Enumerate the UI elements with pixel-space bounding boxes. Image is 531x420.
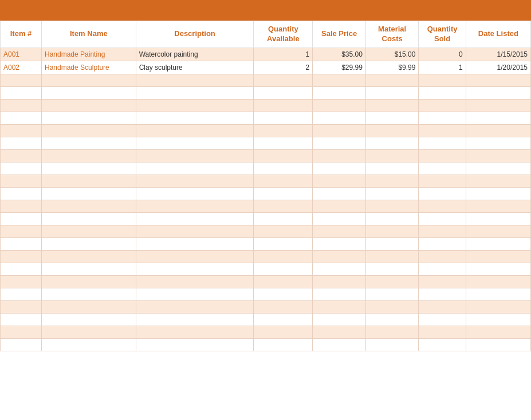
empty-cell[interactable] bbox=[254, 124, 313, 137]
empty-cell[interactable] bbox=[136, 124, 254, 137]
empty-cell[interactable] bbox=[466, 124, 530, 137]
empty-cell[interactable] bbox=[419, 326, 466, 338]
empty-cell[interactable] bbox=[419, 187, 466, 200]
empty-cell[interactable] bbox=[466, 200, 530, 212]
empty-cell[interactable] bbox=[42, 86, 136, 99]
empty-cell[interactable] bbox=[42, 124, 136, 137]
empty-cell[interactable] bbox=[466, 288, 530, 300]
empty-cell[interactable] bbox=[136, 112, 254, 124]
empty-cell[interactable] bbox=[365, 162, 419, 175]
empty-cell[interactable] bbox=[1, 326, 42, 338]
empty-cell[interactable] bbox=[136, 338, 254, 351]
empty-cell[interactable] bbox=[466, 263, 530, 275]
empty-cell[interactable] bbox=[419, 200, 466, 212]
empty-cell[interactable] bbox=[466, 313, 530, 326]
empty-cell[interactable] bbox=[1, 275, 42, 288]
empty-cell[interactable] bbox=[42, 175, 136, 187]
empty-cell[interactable] bbox=[313, 212, 366, 225]
empty-cell[interactable] bbox=[466, 326, 530, 338]
empty-cell[interactable] bbox=[313, 326, 366, 338]
empty-cell[interactable] bbox=[466, 149, 530, 162]
empty-cell[interactable] bbox=[1, 288, 42, 300]
empty-cell[interactable] bbox=[419, 137, 466, 149]
empty-cell[interactable] bbox=[1, 237, 42, 250]
empty-cell[interactable] bbox=[365, 300, 419, 313]
empty-cell[interactable] bbox=[419, 212, 466, 225]
empty-cell[interactable] bbox=[466, 175, 530, 187]
empty-cell[interactable] bbox=[313, 263, 366, 275]
empty-cell[interactable] bbox=[254, 200, 313, 212]
empty-cell[interactable] bbox=[466, 86, 530, 99]
empty-cell[interactable] bbox=[365, 288, 419, 300]
empty-cell[interactable] bbox=[1, 300, 42, 313]
empty-cell[interactable] bbox=[365, 99, 419, 112]
empty-cell[interactable] bbox=[254, 338, 313, 351]
empty-cell[interactable] bbox=[313, 86, 366, 99]
empty-cell[interactable] bbox=[313, 300, 366, 313]
empty-cell[interactable] bbox=[1, 74, 42, 86]
empty-cell[interactable] bbox=[466, 112, 530, 124]
empty-cell[interactable] bbox=[365, 124, 419, 137]
empty-cell[interactable] bbox=[365, 212, 419, 225]
table-cell[interactable]: 2 bbox=[254, 61, 313, 74]
empty-cell[interactable] bbox=[136, 225, 254, 237]
empty-cell[interactable] bbox=[365, 74, 419, 86]
empty-cell[interactable] bbox=[419, 275, 466, 288]
empty-cell[interactable] bbox=[419, 99, 466, 112]
empty-cell[interactable] bbox=[42, 263, 136, 275]
empty-cell[interactable] bbox=[419, 237, 466, 250]
empty-cell[interactable] bbox=[42, 300, 136, 313]
empty-cell[interactable] bbox=[365, 200, 419, 212]
empty-cell[interactable] bbox=[365, 149, 419, 162]
empty-cell[interactable] bbox=[313, 288, 366, 300]
table-cell[interactable]: Handmade Sculpture bbox=[42, 61, 136, 74]
empty-cell[interactable] bbox=[313, 112, 366, 124]
empty-cell[interactable] bbox=[1, 225, 42, 237]
empty-cell[interactable] bbox=[42, 250, 136, 263]
empty-cell[interactable] bbox=[313, 313, 366, 326]
empty-cell[interactable] bbox=[419, 313, 466, 326]
empty-cell[interactable] bbox=[1, 149, 42, 162]
table-cell[interactable]: A002 bbox=[1, 61, 42, 74]
empty-cell[interactable] bbox=[466, 187, 530, 200]
empty-cell[interactable] bbox=[136, 288, 254, 300]
table-cell[interactable]: $35.00 bbox=[313, 47, 366, 61]
empty-cell[interactable] bbox=[42, 112, 136, 124]
empty-cell[interactable] bbox=[254, 225, 313, 237]
table-cell[interactable]: 1/15/2015 bbox=[466, 47, 530, 61]
empty-cell[interactable] bbox=[1, 250, 42, 263]
empty-cell[interactable] bbox=[466, 212, 530, 225]
empty-cell[interactable] bbox=[419, 288, 466, 300]
empty-cell[interactable] bbox=[313, 175, 366, 187]
empty-cell[interactable] bbox=[313, 338, 366, 351]
empty-cell[interactable] bbox=[42, 225, 136, 237]
table-cell[interactable]: Clay sculpture bbox=[136, 61, 254, 74]
empty-cell[interactable] bbox=[1, 187, 42, 200]
empty-cell[interactable] bbox=[136, 326, 254, 338]
empty-cell[interactable] bbox=[254, 275, 313, 288]
empty-cell[interactable] bbox=[136, 187, 254, 200]
empty-cell[interactable] bbox=[466, 99, 530, 112]
empty-cell[interactable] bbox=[1, 313, 42, 326]
empty-cell[interactable] bbox=[1, 86, 42, 99]
empty-cell[interactable] bbox=[254, 149, 313, 162]
empty-cell[interactable] bbox=[365, 275, 419, 288]
empty-cell[interactable] bbox=[313, 162, 366, 175]
empty-cell[interactable] bbox=[419, 250, 466, 263]
empty-cell[interactable] bbox=[313, 275, 366, 288]
empty-cell[interactable] bbox=[254, 99, 313, 112]
empty-cell[interactable] bbox=[419, 86, 466, 99]
empty-cell[interactable] bbox=[42, 149, 136, 162]
empty-cell[interactable] bbox=[254, 250, 313, 263]
empty-cell[interactable] bbox=[313, 187, 366, 200]
empty-cell[interactable] bbox=[313, 149, 366, 162]
empty-cell[interactable] bbox=[1, 175, 42, 187]
empty-cell[interactable] bbox=[136, 250, 254, 263]
empty-cell[interactable] bbox=[136, 175, 254, 187]
empty-cell[interactable] bbox=[1, 124, 42, 137]
empty-cell[interactable] bbox=[42, 212, 136, 225]
empty-cell[interactable] bbox=[254, 326, 313, 338]
empty-cell[interactable] bbox=[136, 200, 254, 212]
empty-cell[interactable] bbox=[365, 326, 419, 338]
table-row[interactable]: A001Handmade PaintingWatercolor painting… bbox=[1, 47, 531, 61]
